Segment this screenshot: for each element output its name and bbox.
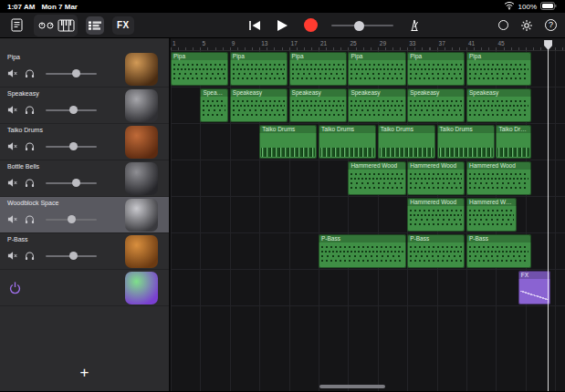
master-volume-slider[interactable] xyxy=(331,25,393,26)
region[interactable]: Pipa xyxy=(407,52,465,86)
metronome-button[interactable] xyxy=(405,16,424,35)
region[interactable]: P-Bass xyxy=(319,234,406,268)
track-volume-slider[interactable] xyxy=(46,73,97,75)
region[interactable]: Speakeasy xyxy=(407,88,465,122)
instrument-image[interactable] xyxy=(125,272,158,304)
song-browser-button[interactable] xyxy=(7,16,26,35)
region[interactable]: Speakeasy xyxy=(348,88,405,122)
rewind-button[interactable] xyxy=(248,20,261,31)
instrument-image[interactable] xyxy=(125,235,158,268)
speaker-mute-icon xyxy=(7,68,17,78)
garageband-app: 1:07 AM Mon 7 Mar 100% FX xyxy=(0,0,565,392)
track-volume-knob[interactable] xyxy=(72,179,80,187)
track-volume-slider[interactable] xyxy=(46,146,97,148)
instrument-view-button[interactable] xyxy=(37,16,55,35)
region[interactable]: Hammered Wood xyxy=(348,161,405,195)
timeline-track-lane[interactable]: Taiko DrumsTaiko DrumsTaiko DrumsTaiko D… xyxy=(171,124,565,160)
solo-button[interactable] xyxy=(25,251,35,261)
track-volume-knob[interactable] xyxy=(69,252,78,260)
track-volume-knob[interactable] xyxy=(72,69,80,77)
knobs-icon xyxy=(37,19,55,32)
horizontal-scrollbar[interactable] xyxy=(319,385,385,388)
instrument-image[interactable] xyxy=(125,162,158,195)
region[interactable]: Speakeasy xyxy=(230,88,288,122)
add-track-button[interactable]: + xyxy=(80,364,89,382)
play-button[interactable] xyxy=(277,19,288,32)
track-controls xyxy=(7,214,97,224)
piano-keys-icon xyxy=(58,19,75,32)
timeline-track-lane[interactable]: FX xyxy=(171,270,565,306)
mute-button[interactable] xyxy=(7,68,17,78)
mute-button[interactable] xyxy=(7,251,17,261)
mute-button[interactable] xyxy=(7,105,17,115)
track-volume-knob[interactable] xyxy=(69,142,78,150)
track-volume-knob[interactable] xyxy=(68,215,76,223)
region[interactable]: Pipa xyxy=(348,52,405,86)
keyboard-view-button[interactable] xyxy=(57,16,75,35)
solo-button[interactable] xyxy=(25,105,35,115)
timeline-ruler[interactable]: 159131721252933374145 xyxy=(171,38,565,51)
timeline-track-lane[interactable]: PipaPipaPipaPipaPipaPipa xyxy=(171,51,565,88)
track-volume-slider[interactable] xyxy=(46,219,97,221)
region[interactable]: Taiko Drums xyxy=(496,125,531,159)
track-volume-slider[interactable] xyxy=(46,182,97,184)
region[interactable]: Speakeasy xyxy=(289,88,347,122)
timeline-track-lane[interactable]: P-BassP-BassP-Bass xyxy=(171,233,565,270)
region[interactable]: Taiko Drums xyxy=(259,125,317,159)
power-button[interactable] xyxy=(8,281,22,294)
mute-button[interactable] xyxy=(7,178,17,188)
region[interactable]: Taiko Drums xyxy=(319,125,376,159)
region[interactable]: P-Bass xyxy=(466,234,531,268)
region[interactable]: Pipa xyxy=(171,52,228,86)
solo-button[interactable] xyxy=(25,178,35,188)
mute-button[interactable] xyxy=(7,141,17,151)
timeline: 159131721252933374145 PipaPipaPipaPipaPi… xyxy=(171,38,565,391)
master-volume-knob[interactable] xyxy=(354,21,364,31)
track-row[interactable]: Woodblock Space xyxy=(0,197,169,233)
region[interactable]: Hammered Wood xyxy=(466,161,531,195)
transport-controls xyxy=(248,13,318,37)
mute-button[interactable] xyxy=(7,214,17,224)
track-volume-knob[interactable] xyxy=(69,106,78,114)
region[interactable]: Taiko Drums xyxy=(437,125,495,159)
metronome-icon xyxy=(409,19,420,32)
region[interactable]: Pipa xyxy=(230,52,288,86)
track-row[interactable]: P-Bass xyxy=(0,233,169,270)
instrument-image[interactable] xyxy=(125,53,158,86)
track-row[interactable]: Pipa xyxy=(0,51,169,88)
region[interactable]: Speakeasy xyxy=(466,88,531,122)
track-list: PipaSpeakeasyTaiko DrumsBottle BellsWood… xyxy=(0,51,169,306)
timeline-track-lane[interactable]: SpeakeasySpeakeasySpeakeasySpeakeasySpea… xyxy=(171,88,565,124)
fx-button[interactable]: FX xyxy=(112,16,134,35)
track-row[interactable]: Bottle Bells xyxy=(0,160,169,197)
solo-button[interactable] xyxy=(25,68,35,78)
help-button[interactable]: ? xyxy=(545,19,557,31)
track-row[interactable]: Taiko Drums xyxy=(0,124,169,160)
region[interactable]: Speakeasy xyxy=(200,88,228,122)
ruler-bar-number: 5 xyxy=(202,40,205,46)
instrument-image[interactable] xyxy=(125,199,158,232)
region[interactable]: Hammered Wood xyxy=(407,198,465,232)
region[interactable]: Hammered Wood xyxy=(466,198,517,232)
timeline-track-lane[interactable]: Hammered WoodHammered WoodHammered Wood xyxy=(171,160,565,197)
track-row[interactable]: Speakeasy xyxy=(0,88,169,124)
track-volume-slider[interactable] xyxy=(46,109,97,111)
region[interactable]: Taiko Drums xyxy=(378,125,435,159)
region[interactable]: Pipa xyxy=(466,52,531,86)
settings-button[interactable] xyxy=(520,19,533,32)
region[interactable]: Hammered Wood xyxy=(407,161,465,195)
region[interactable]: Pipa xyxy=(289,52,347,86)
solo-button[interactable] xyxy=(25,141,35,151)
tracks-view-button[interactable] xyxy=(86,16,104,35)
power-track-row[interactable] xyxy=(0,270,169,306)
region[interactable]: P-Bass xyxy=(407,234,465,268)
loop-browser-button[interactable] xyxy=(498,20,508,30)
instrument-image[interactable] xyxy=(125,89,158,122)
region[interactable]: FX xyxy=(518,271,550,304)
record-button[interactable] xyxy=(304,18,318,32)
ruler-bar-number: 9 xyxy=(232,40,235,46)
instrument-image[interactable] xyxy=(125,126,158,159)
solo-button[interactable] xyxy=(25,214,35,224)
track-volume-slider[interactable] xyxy=(46,255,97,257)
timeline-track-lane[interactable]: Hammered WoodHammered Wood xyxy=(171,197,565,233)
